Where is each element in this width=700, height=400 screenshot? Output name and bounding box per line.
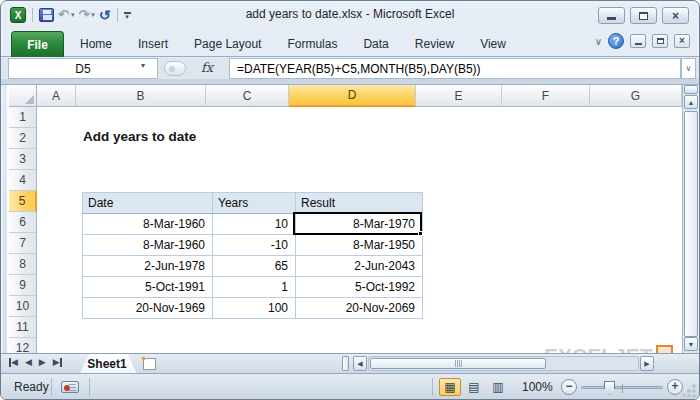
- cell-b7[interactable]: 2-Jun-1978: [83, 256, 213, 277]
- cell-c9[interactable]: 100: [213, 298, 296, 319]
- cell-c8[interactable]: 1: [213, 277, 296, 298]
- name-box[interactable]: D5: [8, 58, 158, 79]
- tab-formulas[interactable]: Formulas: [274, 31, 350, 57]
- row-header-3[interactable]: 3: [9, 149, 37, 170]
- previous-sheet-icon[interactable]: ◀: [25, 357, 32, 367]
- vertical-split-handle[interactable]: [684, 85, 698, 94]
- title-bar: X ↶ ▾ ↷ ▾ ↺ ▾ add years to date.xlsx - M…: [1, 1, 699, 28]
- insert-function-icon[interactable]: fx: [201, 60, 213, 75]
- vertical-scrollbar[interactable]: ▲ ▼: [682, 85, 698, 353]
- cell-b8[interactable]: 5-Oct-1991: [83, 277, 213, 298]
- expand-formula-bar-icon[interactable]: ∨: [681, 58, 696, 79]
- table-header-years[interactable]: Years: [213, 193, 296, 214]
- horizontal-scroll-thumb[interactable]: [370, 358, 546, 369]
- minimize-button[interactable]: [598, 7, 625, 24]
- scroll-left-icon[interactable]: ◀: [353, 356, 367, 371]
- column-header-d[interactable]: D: [289, 85, 416, 107]
- row-header-9[interactable]: 9: [9, 275, 37, 296]
- row-header-8[interactable]: 8: [9, 254, 37, 275]
- column-header-b[interactable]: B: [76, 85, 206, 107]
- zoom-in-button[interactable]: +: [667, 379, 683, 395]
- minimize-icon: [607, 17, 616, 20]
- fill-handle[interactable]: [418, 231, 423, 236]
- vertical-scroll-thumb[interactable]: [684, 111, 698, 337]
- ribbon-tab-row: File Home Insert Page Layout Formulas Da…: [1, 28, 699, 57]
- expand-ribbon-icon[interactable]: ∨: [595, 36, 602, 47]
- cell-b6[interactable]: 8-Mar-1960: [83, 235, 213, 256]
- table-header-result[interactable]: Result: [296, 193, 423, 214]
- column-header-a[interactable]: A: [37, 85, 76, 107]
- scroll-up-icon[interactable]: ▲: [684, 95, 698, 109]
- last-sheet-icon[interactable]: ▶: [53, 357, 62, 367]
- first-sheet-icon[interactable]: ◀: [9, 357, 18, 367]
- column-header-f[interactable]: F: [502, 85, 590, 107]
- ribbon-tabs: Home Insert Page Layout Formulas Data Re…: [67, 31, 519, 57]
- minimize-icon: [635, 43, 642, 45]
- row-header-11[interactable]: 11: [9, 317, 37, 338]
- macro-record-icon[interactable]: [61, 381, 79, 393]
- next-sheet-icon[interactable]: ▶: [39, 357, 46, 367]
- help-icon[interactable]: ?: [608, 33, 624, 49]
- status-bar: Ready ▦ ▤ ▥ 100% − +: [1, 373, 699, 400]
- page-layout-view-button[interactable]: ▤: [463, 378, 485, 396]
- selected-cell-outline[interactable]: [293, 212, 422, 235]
- row-header-5[interactable]: 5: [9, 191, 37, 212]
- workbook-close-button[interactable]: ×: [674, 34, 690, 48]
- cell-d6[interactable]: 8-Mar-1950: [296, 235, 423, 256]
- resize-grip[interactable]: [683, 384, 696, 397]
- column-header-g[interactable]: G: [590, 85, 682, 107]
- cell-d8[interactable]: 5-Oct-1992: [296, 277, 423, 298]
- tab-file[interactable]: File: [11, 31, 64, 57]
- table-row: 20-Nov-1969 100 20-Nov-2069: [83, 298, 423, 319]
- page-break-view-button[interactable]: ▥: [487, 378, 509, 396]
- cell-d9[interactable]: 20-Nov-2069: [296, 298, 423, 319]
- tab-page-layout[interactable]: Page Layout: [181, 31, 274, 57]
- zoom-level[interactable]: 100%: [522, 380, 553, 394]
- cell-b9[interactable]: 20-Nov-1969: [83, 298, 213, 319]
- tab-review[interactable]: Review: [402, 31, 467, 57]
- table-row: 5-Oct-1991 1 5-Oct-1992: [83, 277, 423, 298]
- zoom-out-button[interactable]: −: [561, 379, 577, 395]
- formula-bar-options-icon[interactable]: [164, 61, 186, 76]
- scroll-down-icon[interactable]: ▼: [684, 337, 698, 351]
- workbook-minimize-button[interactable]: [630, 34, 646, 48]
- normal-view-button[interactable]: ▦: [439, 378, 461, 396]
- scroll-right-icon[interactable]: ▶: [640, 356, 654, 371]
- cell-c7[interactable]: 65: [213, 256, 296, 277]
- row-header-10[interactable]: 10: [9, 296, 37, 317]
- tab-scrollbar-split-handle[interactable]: [342, 356, 349, 371]
- row-header-6[interactable]: 6: [9, 212, 37, 233]
- formula-input[interactable]: =DATE(YEAR(B5)+C5,MONTH(B5),DAY(B5)): [229, 58, 681, 79]
- name-box-dropdown-icon[interactable]: ▾: [141, 61, 145, 70]
- sheet-tab-sheet1[interactable]: Sheet1: [75, 354, 139, 373]
- sheet-tab-bar: ◀ ◀ ▶ ▶ Sheet1 ✦ ◀ ▶: [1, 353, 699, 373]
- row-header-7[interactable]: 7: [9, 233, 37, 254]
- row-header-2[interactable]: 2: [9, 128, 37, 149]
- row-header-4[interactable]: 4: [9, 170, 37, 191]
- table-header-row: Date Years Result: [83, 193, 423, 214]
- insert-worksheet-icon[interactable]: ✦: [143, 358, 156, 370]
- row-header-1[interactable]: 1: [9, 107, 37, 128]
- restore-button[interactable]: [630, 7, 657, 24]
- cells-area[interactable]: Add years to date Date Years Result 8-Ma…: [37, 107, 682, 353]
- zoom-slider[interactable]: [581, 386, 663, 389]
- close-button[interactable]: ×: [662, 7, 689, 24]
- table-header-date[interactable]: Date: [83, 193, 213, 214]
- restore-icon: [639, 12, 648, 20]
- cell-b5[interactable]: 8-Mar-1960: [83, 214, 213, 235]
- tab-home[interactable]: Home: [67, 31, 125, 57]
- cell-d7[interactable]: 2-Jun-2043: [296, 256, 423, 277]
- cell-c5[interactable]: 10: [213, 214, 296, 235]
- horizontal-scrollbar[interactable]: [368, 356, 639, 371]
- window-controls: ×: [598, 7, 689, 24]
- row-header-12[interactable]: 12: [9, 338, 37, 353]
- tab-insert[interactable]: Insert: [125, 31, 181, 57]
- column-header-e[interactable]: E: [416, 85, 502, 107]
- column-header-c[interactable]: C: [206, 85, 289, 107]
- workbook-restore-button[interactable]: [652, 34, 668, 48]
- tab-view[interactable]: View: [467, 31, 519, 57]
- cell-c6[interactable]: -10: [213, 235, 296, 256]
- tab-data[interactable]: Data: [350, 31, 401, 57]
- view-shortcuts: ▦ ▤ ▥: [439, 378, 509, 396]
- zoom-slider-thumb[interactable]: [604, 381, 615, 395]
